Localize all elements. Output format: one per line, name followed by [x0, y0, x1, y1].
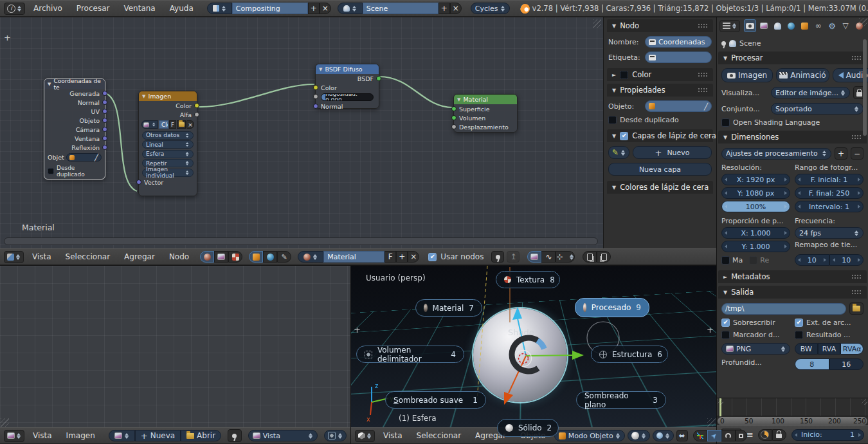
linestyle-shader-tab[interactable]: ✎ [277, 251, 291, 263]
editor-type-button[interactable] [4, 430, 24, 442]
layout-name-field[interactable]: Compositing [232, 3, 308, 14]
preset-add-button[interactable]: + [835, 147, 847, 160]
menu-vista[interactable]: Vista [27, 431, 58, 440]
fake-user-button[interactable]: F [169, 120, 176, 129]
menu-seleccionar[interactable]: Seleccionar [60, 252, 116, 261]
overwrite-checkbox[interactable] [721, 319, 730, 327]
color-checkbox[interactable] [620, 71, 628, 79]
panel-grip-icon[interactable] [698, 88, 708, 93]
node-name-field[interactable]: Coordenadas ... [645, 36, 712, 48]
projection-select[interactable]: Esfera [142, 150, 194, 158]
properties-expand-button[interactable]: + [707, 325, 714, 335]
menu-vista[interactable]: Vista [377, 431, 408, 440]
node-header[interactable]: ▼ Coordenadas de te [44, 79, 105, 89]
object-picker-field[interactable]: ╱ [645, 100, 712, 112]
cache-result-checkbox[interactable] [795, 331, 803, 339]
ma-checkbox[interactable] [721, 256, 730, 264]
pivot-select[interactable] [653, 430, 674, 441]
layout-browse-button[interactable] [207, 3, 232, 14]
tab-data[interactable]: ▽ [840, 19, 852, 32]
pie-item-procesado[interactable]: Procesado9 [575, 298, 649, 317]
re-checkbox[interactable] [749, 256, 757, 264]
frame-step-field[interactable]: Intervalo: 1 [795, 201, 863, 212]
tab-modifiers[interactable]: ⚙ [826, 19, 838, 32]
gp-new-layer-button[interactable]: Nueva capa [608, 163, 712, 176]
region-resize-grip[interactable] [862, 399, 867, 405]
menu-agregar[interactable]: Agregar [118, 252, 161, 261]
pie-item-sombreado-plano[interactable]: Sombreado plano 3 [576, 391, 666, 409]
editor-type-button[interactable]: i [4, 3, 25, 15]
scene-name-field[interactable]: Scene [363, 3, 439, 14]
node-socket[interactable] [102, 100, 107, 105]
region-resize-grip[interactable] [1, 418, 9, 427]
unlink-image-button[interactable]: × [186, 120, 194, 129]
pin-button[interactable] [491, 251, 504, 263]
tab-scene[interactable] [772, 19, 784, 32]
open-image-button[interactable] [177, 120, 186, 129]
tab-render-layers[interactable] [757, 19, 770, 32]
tab-object[interactable] [799, 19, 811, 32]
fake-user-button[interactable]: F [384, 251, 396, 263]
node-socket[interactable] [102, 118, 107, 123]
node-diffuse-bsdf[interactable]: ▼ BSDF Difuso BSDF Color Rugosidad: 0.00… [315, 64, 379, 109]
image-browse-button[interactable] [109, 430, 135, 441]
aspect-x-field[interactable]: X: 1.000 [721, 227, 790, 239]
texture-nodes-tab[interactable] [228, 251, 242, 263]
color-mode-rgba-button[interactable]: RVAα [840, 343, 863, 355]
node-tex-coord[interactable]: ▼ Coordenadas de te Generada Normal UV O… [44, 79, 105, 180]
collapse-icon[interactable]: ▼ [142, 94, 145, 99]
panel-gp-colors-header[interactable]: ▼ Colores de lápiz de cera [607, 181, 713, 194]
panel-gp-layers-header[interactable]: ▼ Capas de lápiz de cera [607, 129, 713, 142]
sync-playback-button[interactable] [758, 429, 772, 441]
panel-metadatos-header[interactable]: ► Metadatos [718, 270, 867, 283]
node-canvas[interactable]: + ▼ Coordenadas de te Generada Normal UV… [0, 17, 603, 248]
region-resize-grip[interactable] [718, 399, 723, 405]
render-preset-select[interactable]: Ajustes de procesamiento [721, 148, 831, 160]
remap-new-field[interactable]: 10 [829, 254, 864, 266]
manipulator-rotate-button[interactable] [721, 430, 736, 441]
image-new-button[interactable]: +Nueva [135, 430, 181, 441]
collapse-icon[interactable]: ▼ [457, 97, 460, 102]
scene-browse-button[interactable] [338, 3, 363, 14]
editor-type-button[interactable] [4, 251, 24, 263]
manipulator-axes-button[interactable] [693, 430, 707, 441]
compositing-nodes-tab[interactable] [214, 251, 228, 263]
material-unlink-button[interactable]: × [408, 251, 419, 263]
fps-select[interactable]: 24 fps [795, 227, 863, 239]
image-open-button[interactable]: Abrir [181, 430, 221, 441]
image-browse-button[interactable] [141, 120, 158, 129]
panel-propiedades-header[interactable]: ▼ Propiedades [607, 84, 713, 97]
lock-time-button[interactable] [772, 429, 786, 441]
menu-seleccionar[interactable]: Seleccionar [411, 431, 467, 440]
proportional-edit-button[interactable]: ⬌ [676, 430, 688, 441]
from-duplicate-checkbox[interactable] [48, 168, 54, 174]
render-anim-button[interactable]: Animació [776, 68, 829, 82]
panel-color-header[interactable]: ► Color [607, 68, 713, 81]
region-resize-grip[interactable] [859, 18, 867, 26]
node-image-texture[interactable]: ▼ Imagen Color Alfa Clou F × Otros datos… [138, 91, 197, 196]
file-format-select[interactable]: PNG [721, 343, 790, 355]
node-socket[interactable] [451, 115, 457, 120]
object-picker[interactable]: ╱ [66, 153, 102, 162]
eyedropper-icon[interactable]: ╱ [704, 103, 708, 110]
menu-ventana[interactable]: Ventana [118, 4, 161, 13]
collapse-icon[interactable]: ▼ [319, 67, 322, 72]
world-shader-tab[interactable] [263, 251, 277, 263]
node-socket[interactable] [102, 136, 107, 141]
toolbar-expand-button[interactable]: + [354, 325, 361, 335]
node-header[interactable]: ▼ BSDF Difuso [316, 64, 379, 74]
aspect-y-field[interactable]: Y: 1.000 [721, 241, 790, 252]
render-image-button[interactable]: Imagen [721, 68, 773, 82]
color-mode-rgb-button[interactable]: RVA [818, 343, 841, 355]
tab-world[interactable] [785, 19, 797, 32]
preset-remove-button[interactable]: − [851, 147, 863, 160]
layout-close-button[interactable]: × [320, 3, 331, 14]
interpolation-select[interactable]: Lineal [142, 140, 194, 149]
node-socket[interactable] [376, 76, 381, 81]
use-nodes-checkbox[interactable] [428, 253, 437, 261]
manipulator-scale-button[interactable] [736, 430, 747, 441]
panel-salida-header[interactable]: ▼ Salida [718, 286, 867, 299]
node-socket[interactable] [313, 94, 318, 99]
gp-layers-checkbox[interactable] [620, 132, 628, 140]
resolution-pct-slider[interactable]: 100% [721, 201, 790, 212]
